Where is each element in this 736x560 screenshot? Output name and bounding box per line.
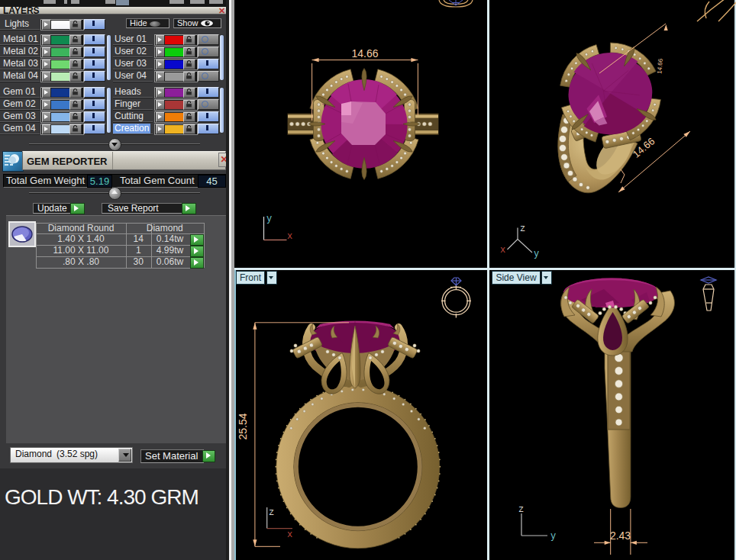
svg-text:2.43: 2.43 [610,529,631,542]
svg-text:14.66: 14.66 [351,47,378,60]
svg-text:z: z [269,507,274,518]
svg-text:25.54: 25.54 [237,413,249,439]
svg-text:y: y [266,214,272,224]
svg-text:y: y [534,249,539,259]
svg-text:x: x [287,231,292,242]
svg-text:x: x [287,529,292,540]
svg-text:x: x [500,245,505,256]
svg-text:y: y [550,531,556,542]
svg-text:z: z [520,224,525,234]
svg-text:14.66: 14.66 [656,58,664,74]
svg-text:z: z [518,504,524,515]
